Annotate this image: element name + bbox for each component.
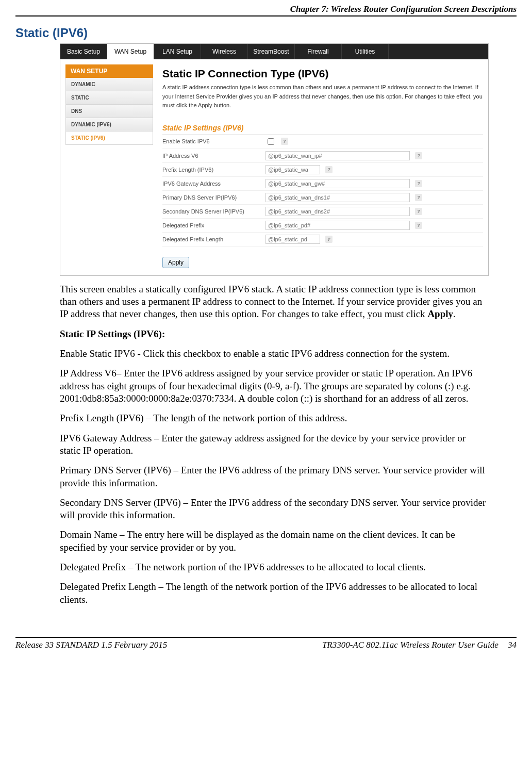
label-ip-address-v6: IP Address V6 [162,153,265,159]
help-icon[interactable]: ? [415,180,422,187]
tab-streamboost[interactable]: StreamBoost [248,44,295,59]
input-secondary-dns[interactable] [265,207,410,216]
p-secondary-dns: Secondary DNS Server (IPV6) – Enter the … [60,497,488,522]
help-icon[interactable]: ? [415,208,422,215]
tab-wireless[interactable]: Wireless [201,44,248,59]
help-icon[interactable]: ? [325,166,332,173]
tab-lan-setup[interactable]: LAN Setup [154,44,201,59]
p-primary-dns: Primary DNS Server (IPV6) – Enter the IP… [60,464,488,489]
apply-button[interactable]: Apply [162,257,189,268]
row-gateway-address: IPV6 Gateway Address ? [162,177,483,191]
sidebar-item-dynamic[interactable]: DYNAMIC [65,78,153,91]
sidebar: WAN SETUP DYNAMIC STATIC DNS DYNAMIC (IP… [65,64,153,145]
router-screenshot: Basic Setup WAN Setup LAN Setup Wireless… [60,43,489,276]
tab-bar: Basic Setup WAN Setup LAN Setup Wireless… [60,44,488,59]
checkbox-enable-static-ipv6[interactable] [268,138,274,145]
sidebar-item-static[interactable]: STATIC [65,91,153,105]
intro-text-a: This screen enables a statically configu… [60,284,482,320]
p-enable-static: Enable Static IPV6 - Click this checkbox… [60,348,488,360]
input-primary-dns[interactable] [265,193,410,202]
row-enable-static-ipv6: Enable Static IPV6 ? [162,135,483,149]
label-primary-dns: Primary DNS Server IP(IPV6) [162,194,265,201]
sidebar-item-static-ipv6[interactable]: STATIC (IPV6) [65,131,153,145]
label-secondary-dns: Secondary DNS Server IP(IPV6) [162,208,265,215]
p-domain-name: Domain Name – The entry here will be dis… [60,529,488,554]
footer-right: TR3300-AC 802.11ac Wireless Router User … [322,640,517,650]
page-header: Chapter 7: Wireless Router Configuration… [15,4,517,17]
panel-subtitle: Static IP Settings (IPV6) [162,124,483,135]
row-secondary-dns: Secondary DNS Server IP(IPV6) ? [162,205,483,219]
help-icon[interactable]: ? [415,222,422,229]
page-number: 34 [508,640,517,650]
row-primary-dns: Primary DNS Server IP(IPV6) ? [162,191,483,205]
input-gateway-address[interactable] [265,179,410,188]
row-prefix-length: Prefix Length (IPV6) ? [162,163,483,177]
p-prefix-length: Prefix Length (IPV6) – The length of the… [60,412,488,424]
section-title: Static (IPV6) [15,26,517,40]
input-prefix-length[interactable] [265,165,320,174]
p-delegated-prefix-length: Delegated Prefix Length – The length of … [60,581,488,606]
sidebar-item-dynamic-ipv6[interactable]: DYNAMIC (IPV6) [65,118,153,131]
tab-basic-setup[interactable]: Basic Setup [60,44,107,59]
panel-title: Static IP Connection Type (IPV6) [162,68,483,80]
page-footer: Release 33 STANDARD 1.5 February 2015 TR… [15,637,517,650]
sidebar-heading: WAN SETUP [65,64,153,78]
label-prefix-length: Prefix Length (IPV6) [162,167,265,173]
p-gateway-address: IPV6 Gateway Address – Enter the gateway… [60,432,488,457]
help-icon[interactable]: ? [415,194,422,201]
input-delegated-prefix-length[interactable] [265,235,320,244]
p-delegated-prefix: Delegated Prefix – The network portion o… [60,561,488,573]
help-icon[interactable]: ? [281,138,288,145]
p-ip-address-v6: IP Address V6– Enter the IPV6 address as… [60,367,488,405]
input-ip-address-v6[interactable] [265,151,410,160]
tab-wan-setup[interactable]: WAN Setup [107,44,154,59]
footer-left: Release 33 STANDARD 1.5 February 2015 [15,640,167,650]
tab-firewall[interactable]: Firewall [295,44,342,59]
intro-paragraph: This screen enables a statically configu… [60,283,488,321]
row-ip-address-v6: IP Address V6 ? [162,149,483,163]
main-panel: Static IP Connection Type (IPV6) A stati… [162,64,483,268]
label-delegated-prefix-length: Delegated Prefix Length [162,236,265,242]
label-gateway-address: IPV6 Gateway Address [162,180,265,187]
tab-utilities[interactable]: Utilities [342,44,389,59]
help-icon[interactable]: ? [415,152,422,159]
body-text: This screen enables a statically configu… [60,283,488,606]
intro-text-c: . [453,308,456,319]
panel-description: A static IP address connection type is l… [162,83,483,110]
label-enable-static-ipv6: Enable Static IPV6 [162,138,265,144]
help-icon[interactable]: ? [325,236,332,243]
footer-guide-title: TR3300-AC 802.11ac Wireless Router User … [322,640,498,650]
intro-text-apply: Apply [427,308,453,319]
settings-heading: Static IP Settings (IPV6): [60,328,488,340]
label-delegated-prefix: Delegated Prefix [162,222,265,228]
input-delegated-prefix[interactable] [265,221,410,230]
sidebar-item-dns[interactable]: DNS [65,105,153,118]
row-delegated-prefix-length: Delegated Prefix Length ? [162,233,483,246]
row-delegated-prefix: Delegated Prefix ? [162,219,483,233]
